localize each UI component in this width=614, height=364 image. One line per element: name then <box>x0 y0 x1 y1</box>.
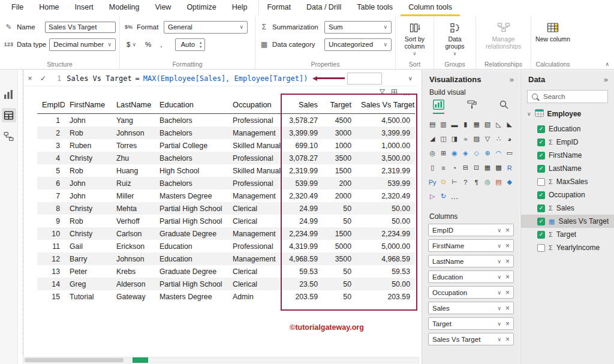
checkbox[interactable] <box>537 139 545 146</box>
table-cell[interactable]: Johnson <box>112 252 155 265</box>
chevron-down-icon[interactable]: ∨ <box>497 243 501 249</box>
kpi-visual-icon[interactable]: ◔ <box>449 161 460 174</box>
table-cell[interactable]: 3000 <box>323 127 356 139</box>
percent-format-button[interactable]: % <box>142 41 154 48</box>
table-cell[interactable]: Gail <box>65 240 112 252</box>
model-view-button[interactable] <box>2 129 16 143</box>
gauge-visual-icon[interactable]: ◠ <box>493 147 504 160</box>
tab-insert[interactable]: Insert <box>67 0 101 16</box>
data-field-sales-vs-target[interactable]: ▦Sales Vs Target <box>521 215 614 228</box>
chevron-down-icon[interactable]: ∨ <box>497 336 501 342</box>
chevron-down-icon[interactable]: ∨ <box>497 258 501 264</box>
table-cell[interactable]: Graduate Degree <box>155 265 228 278</box>
table-cell[interactable]: 203.59 <box>356 290 415 303</box>
table-cell[interactable]: Tutorial <box>65 290 112 303</box>
table-cell[interactable]: Bachelors <box>155 177 228 189</box>
table-cell[interactable]: 50.00 <box>356 202 415 215</box>
data-field-firstname[interactable]: FirstName <box>521 149 614 162</box>
table-cell[interactable]: Professional <box>228 152 283 164</box>
data-groups-button[interactable]: Data groups ∨ <box>438 20 472 56</box>
table-cell[interactable]: Skilled Manual <box>228 139 283 152</box>
table-cell[interactable]: Bachelors <box>155 127 228 139</box>
thousands-separator-button[interactable]: , <box>157 41 165 48</box>
collapse-panel-icon[interactable]: » <box>604 75 608 84</box>
chevron-down-icon[interactable]: ∨ <box>497 305 501 311</box>
table-cell[interactable]: Ruben <box>65 139 112 152</box>
table-cell[interactable]: 23.50 <box>283 278 323 290</box>
table-cell[interactable]: Masters Degree <box>155 189 228 202</box>
collapse-panel-icon[interactable]: » <box>510 75 514 84</box>
pie-chart-icon[interactable]: ◕ <box>504 133 515 145</box>
field-well-sales[interactable]: Sales∨× <box>428 302 514 314</box>
column-header-sales[interactable]: Sales <box>283 95 323 114</box>
table-cell[interactable]: Peter <box>65 265 112 278</box>
card-visual-icon[interactable]: ▭ <box>504 147 515 160</box>
checkbox[interactable] <box>537 218 545 225</box>
key-influencers-visual-icon[interactable]: ⊙ <box>438 176 449 188</box>
data-view-button[interactable] <box>2 108 16 122</box>
table-cell[interactable]: 4 <box>37 152 65 164</box>
remove-field-icon[interactable]: × <box>505 242 510 250</box>
remove-field-icon[interactable]: × <box>505 335 510 344</box>
scatter-chart-icon[interactable]: ∴ <box>493 133 504 145</box>
checkbox[interactable] <box>537 231 545 239</box>
table-cell[interactable]: Professional <box>228 114 283 127</box>
table-cell[interactable]: Huang <box>112 164 155 177</box>
map-visual-icon[interactable]: ◉ <box>449 147 460 160</box>
r-script-visual-icon[interactable]: R <box>504 161 515 174</box>
format-dropdown[interactable]: General ∨ <box>164 21 248 34</box>
table-cell[interactable]: Partial High School <box>155 202 228 215</box>
table-cell[interactable]: Miller <box>112 189 155 202</box>
table-cell[interactable]: 24.99 <box>283 202 323 215</box>
table-cell[interactable]: Clerical <box>228 278 283 290</box>
remove-field-icon[interactable]: × <box>505 257 510 266</box>
table-cell[interactable]: 2,319.99 <box>356 164 415 177</box>
tab-help[interactable]: Help <box>224 0 255 16</box>
chevron-down-icon[interactable]: ∨ <box>497 321 501 327</box>
table-cell[interactable]: 50 <box>323 278 356 290</box>
clustered-column-chart-icon[interactable]: ▮ <box>460 118 471 131</box>
table-cell[interactable]: 3500 <box>323 152 356 164</box>
filled-map-visual-icon[interactable]: ◈ <box>460 147 471 160</box>
column-header-empid[interactable]: EmpID <box>37 95 65 114</box>
summarization-dropdown[interactable]: Sum ∨ <box>324 21 392 34</box>
table-cell[interactable]: Christy <box>65 202 112 215</box>
table-cell[interactable]: 4,968.59 <box>356 252 415 265</box>
multi-row-card-visual-icon[interactable]: ≡ <box>438 161 449 174</box>
power-automate-visual-icon[interactable]: ↻ <box>438 190 449 203</box>
table-cell[interactable]: Education <box>155 240 228 252</box>
arcgis-map-visual-icon[interactable]: ◆ <box>504 176 515 188</box>
data-field-education[interactable]: Education <box>521 122 614 136</box>
search-box[interactable] <box>527 90 608 103</box>
table-cell[interactable]: 200 <box>323 177 356 189</box>
tab-file[interactable]: File <box>4 0 31 16</box>
remove-field-icon[interactable]: × <box>505 320 510 328</box>
table-cell[interactable]: Clerical <box>228 202 283 215</box>
analytics-tab[interactable] <box>499 100 509 114</box>
chevron-down-icon[interactable]: ∨ <box>527 111 531 117</box>
table-cell[interactable]: 4,500.00 <box>356 114 415 127</box>
checkbox[interactable] <box>537 178 545 186</box>
line-and-clustered-column-chart-icon[interactable]: ◨ <box>449 133 460 145</box>
line-and-stacked-column-chart-icon[interactable]: ◫ <box>438 133 449 145</box>
table-cell[interactable]: 59.53 <box>356 265 415 278</box>
checkbox[interactable] <box>537 191 545 199</box>
table-visual-icon[interactable]: ▦ <box>482 161 493 174</box>
table-cell[interactable]: 2000 <box>323 189 356 202</box>
table-cell[interactable]: Partial College <box>155 139 228 152</box>
table-cell[interactable]: Bachelors <box>155 114 228 127</box>
table-cell[interactable]: 539.99 <box>283 177 323 189</box>
table-cell[interactable]: Management <box>228 127 283 139</box>
field-well-education[interactable]: Education∨× <box>428 270 514 283</box>
hundred-stacked-bar-chart-icon[interactable]: ▦ <box>471 118 482 131</box>
table-cell[interactable]: Christy <box>65 152 112 164</box>
table-cell[interactable]: 5 <box>37 164 65 177</box>
remove-field-icon[interactable]: × <box>505 288 510 297</box>
tab-table-tools[interactable]: Table tools <box>349 0 401 16</box>
table-cell[interactable]: 7 <box>37 189 65 202</box>
table-cell[interactable]: Partial High School <box>155 278 228 290</box>
table-cell[interactable]: 50.00 <box>356 278 415 290</box>
table-cell[interactable]: 2,319.99 <box>283 164 323 177</box>
table-cell[interactable]: Alderson <box>112 278 155 290</box>
column-header-lastname[interactable]: LastName <box>112 95 155 114</box>
